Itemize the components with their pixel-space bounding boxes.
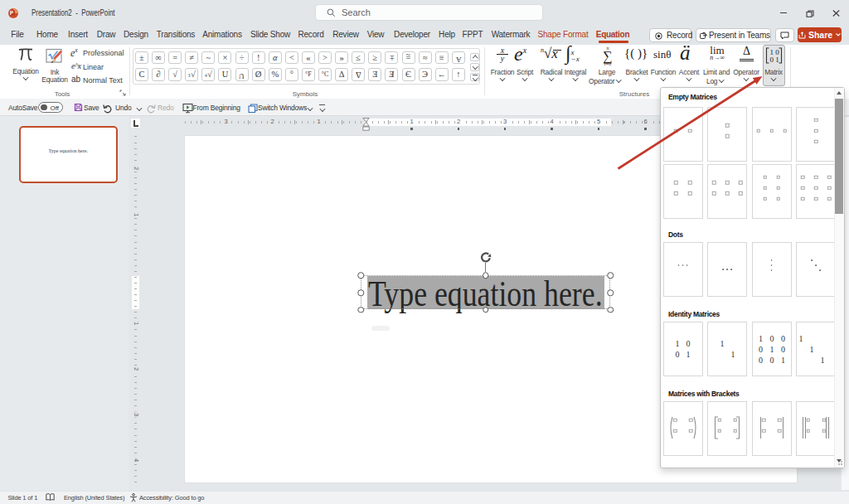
svg-text:0 1: 0 1 (770, 56, 779, 64)
